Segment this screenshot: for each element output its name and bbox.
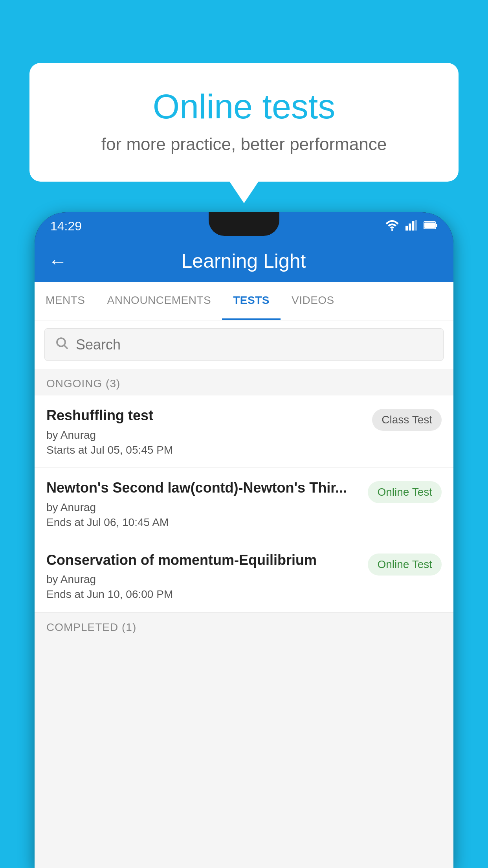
search-icon [55,336,69,353]
test-author: by Anurag [46,429,364,441]
test-name: Newton's Second law(contd)-Newton's Thir… [46,479,360,497]
test-time: Ends at Jun 10, 06:00 PM [46,588,360,601]
svg-rect-6 [436,224,437,227]
svg-rect-1 [405,226,408,231]
test-author: by Anurag [46,573,360,586]
test-name: Conservation of momentum-Equilibrium [46,551,360,570]
svg-rect-7 [424,223,435,228]
test-author: by Anurag [46,501,360,514]
test-time: Starts at Jul 05, 05:45 PM [46,444,364,456]
completed-section-header: COMPLETED (1) [35,612,453,639]
phone-frame: 14:29 [35,212,453,868]
phone-content: MENTS ANNOUNCEMENTS TESTS VIDEOS ONGOING… [35,282,453,868]
bubble-title: Online tests [61,86,427,127]
test-name: Reshuffling test [46,406,364,425]
back-button[interactable]: ← [48,250,67,272]
test-time: Ends at Jul 06, 10:45 AM [46,516,360,529]
test-info: Newton's Second law(contd)-Newton's Thir… [46,479,360,529]
svg-rect-3 [412,221,415,231]
battery-icon [424,221,438,231]
wifi-icon [385,220,399,232]
test-item[interactable]: Reshuffling test by Anurag Starts at Jul… [35,395,453,468]
search-container [35,320,453,369]
speech-bubble: Online tests for more practice, better p… [29,63,459,182]
test-info: Reshuffling test by Anurag Starts at Jul… [46,406,364,456]
svg-line-9 [64,346,68,349]
test-list: Reshuffling test by Anurag Starts at Jul… [35,395,453,612]
app-title: Learning Light [79,250,408,272]
tab-tests[interactable]: TESTS [222,282,281,320]
search-box[interactable] [44,328,444,361]
signal-icon [405,220,417,232]
status-time: 14:29 [50,219,82,234]
status-icons [385,220,438,232]
svg-rect-2 [409,224,411,231]
tab-videos[interactable]: VIDEOS [281,282,345,320]
phone-notch [209,212,279,236]
svg-point-0 [391,229,393,231]
search-input[interactable] [76,337,433,353]
ongoing-section-header: ONGOING (3) [35,369,453,395]
test-badge-online: Online Test [368,554,442,576]
bubble-subtitle: for more practice, better performance [61,134,427,154]
tabs-bar: MENTS ANNOUNCEMENTS TESTS VIDEOS [35,282,453,320]
tab-announcements[interactable]: ANNOUNCEMENTS [96,282,222,320]
svg-point-8 [57,338,65,346]
test-item[interactable]: Newton's Second law(contd)-Newton's Thir… [35,468,453,540]
svg-rect-4 [415,220,417,231]
test-info: Conservation of momentum-Equilibrium by … [46,551,360,601]
app-header: ← Learning Light [35,240,453,282]
test-item[interactable]: Conservation of momentum-Equilibrium by … [35,540,453,612]
test-badge-class: Class Test [372,409,442,431]
test-badge-online: Online Test [368,481,442,503]
tab-ments[interactable]: MENTS [35,282,96,320]
